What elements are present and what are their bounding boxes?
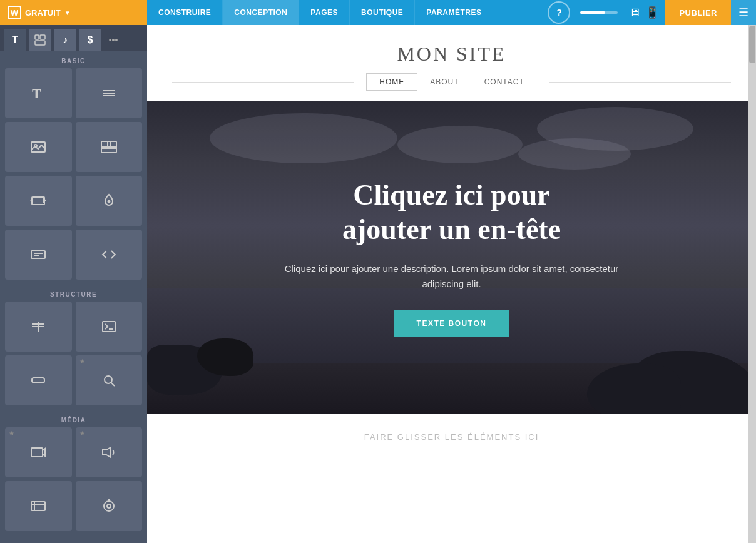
sidebar-tab-layout[interactable] [29, 29, 51, 51]
hero-description[interactable]: Cliquez ici pour ajouter une description… [277, 261, 627, 292]
slideshow-widget[interactable] [5, 176, 72, 226]
basic-widgets: T [0, 68, 147, 285]
hamburger-menu-button[interactable]: ☰ [731, 0, 756, 25]
hero-cta-button[interactable]: TEXTE BOUTON [394, 310, 509, 337]
hamburger-icon: ☰ [738, 6, 748, 19]
code-widget-icon [100, 246, 118, 263]
svg-rect-25 [31, 448, 43, 457]
site-nav-links: HOME ABOUT CONTACT [366, 73, 536, 91]
section-widget-icon [29, 318, 47, 335]
brand-label: GRATUIT [25, 8, 61, 18]
nav-item-parametres[interactable]: PARAMÈTRES [415, 0, 493, 25]
more-tab-icon: ••• [109, 35, 118, 45]
cloud-shape-2 [397, 126, 523, 163]
drop-zone[interactable]: FAIRE GLISSER LES ÉLÉMENTS ICI [147, 414, 756, 460]
embed-widget-icon [100, 318, 118, 335]
w-icon: W [8, 6, 21, 19]
text-widget-icon: T [29, 84, 47, 102]
publish-button[interactable]: PUBLIER [665, 0, 731, 25]
structure-widgets: ★ [0, 302, 147, 410]
sidebar-tab-dollar[interactable]: $ [79, 29, 101, 51]
desktop-device-button[interactable]: 🖥 [628, 5, 641, 21]
zoom-bar [580, 11, 618, 14]
hero-content: Cliquez ici pourajouter un en-tête Cliqu… [252, 178, 652, 337]
gallery-widget[interactable] [76, 122, 143, 172]
hero-title[interactable]: Cliquez ici pourajouter un en-tête [277, 178, 627, 246]
nav-item-construire[interactable]: CONSTRUIRE [147, 0, 223, 25]
canvas-area: MON SITE HOME ABOUT CONTACT [147, 25, 756, 543]
media-section-label: MÉDIA [0, 410, 147, 427]
video-widget[interactable]: ★ [5, 427, 72, 477]
svg-rect-2 [35, 41, 45, 45]
site-navigation: HOME ABOUT CONTACT [160, 66, 743, 94]
divider-widget-icon [100, 84, 118, 102]
premium-star-icon: ★ [79, 358, 85, 365]
site-frame: MON SITE HOME ABOUT CONTACT [147, 25, 756, 543]
gallery-widget-icon [100, 138, 118, 156]
sidebar-tab-more[interactable]: ••• [104, 29, 123, 51]
layout-tab-icon [34, 34, 46, 46]
scrollbar-track[interactable] [748, 25, 756, 543]
svg-rect-27 [31, 502, 45, 510]
image-widget[interactable] [5, 122, 72, 172]
svg-rect-20 [103, 322, 115, 332]
site-header: MON SITE HOME ABOUT CONTACT [147, 25, 756, 101]
text-tab-icon: T [12, 34, 18, 46]
media-widget-extra1[interactable] [5, 481, 72, 531]
search-widget-icon [100, 372, 118, 389]
video-widget-icon [29, 444, 47, 461]
svg-rect-22 [32, 378, 44, 383]
svg-rect-1 [40, 35, 45, 39]
svg-rect-14 [31, 251, 45, 258]
nav-item-pages[interactable]: PAGES [299, 0, 350, 25]
nav-item-boutique[interactable]: BOUTIQUE [350, 0, 415, 25]
svg-point-30 [104, 501, 114, 511]
hero-section[interactable]: Cliquez ici pourajouter un en-tête Cliqu… [147, 101, 756, 414]
map-widget-icon [100, 192, 118, 210]
map-widget[interactable] [76, 176, 143, 226]
text-widget[interactable]: T [5, 68, 72, 118]
nav-item-conception[interactable]: CONCEPTION [223, 0, 299, 25]
search-widget[interactable]: ★ [76, 355, 143, 405]
audio-widget[interactable]: ★ [76, 427, 143, 477]
section-widget[interactable] [5, 302, 72, 352]
basic-section-label: BASIC [0, 51, 147, 68]
drop-zone-label: FAIRE GLISSER LES ÉLÉMENTS ICI [364, 432, 539, 442]
site-nav-about[interactable]: ABOUT [417, 73, 471, 91]
svg-point-31 [107, 504, 111, 508]
sidebar-tab-text[interactable]: T [4, 29, 26, 51]
svg-marker-26 [103, 447, 111, 457]
svg-line-24 [111, 383, 115, 387]
music-tab-icon: ♪ [63, 34, 68, 46]
sidebar: T ♪ $ ••• BASIC [0, 25, 147, 543]
textbox-widget-icon [29, 246, 47, 263]
code-widget[interactable] [76, 230, 143, 280]
divider-widget[interactable] [76, 68, 143, 118]
structure-section-label: STRUCTURE [0, 285, 147, 302]
video-premium-star-icon: ★ [9, 430, 14, 437]
scrollbar-thumb[interactable] [749, 26, 755, 63]
nav-line-right [549, 82, 731, 83]
zoom-bar-fill [580, 11, 605, 14]
button-widget[interactable] [5, 355, 72, 405]
media-widget-extra2[interactable] [76, 481, 143, 531]
audio-widget-icon [100, 444, 118, 461]
sidebar-tab-music[interactable]: ♪ [54, 29, 76, 51]
cloud-shape-1 [210, 113, 397, 163]
nav-line-left [172, 82, 354, 83]
embed-widget[interactable] [76, 302, 143, 352]
brand-logo[interactable]: W GRATUIT ▼ [0, 0, 147, 25]
help-button[interactable]: ? [548, 1, 570, 24]
nav-items: CONSTRUIRE CONCEPTION PAGES BOUTIQUE PAR… [147, 0, 493, 25]
image-widget-icon [29, 138, 47, 156]
textbox-widget[interactable] [5, 230, 72, 280]
mobile-device-button[interactable]: 📱 [644, 4, 660, 21]
zoom-control[interactable] [580, 11, 618, 14]
site-title[interactable]: MON SITE [160, 43, 743, 66]
svg-rect-0 [35, 35, 39, 39]
media-widgets: ★ ★ [0, 427, 147, 536]
site-nav-home[interactable]: HOME [366, 73, 417, 91]
slideshow-widget-icon [29, 192, 47, 210]
svg-text:T: T [32, 86, 41, 101]
site-nav-contact[interactable]: CONTACT [472, 73, 537, 91]
